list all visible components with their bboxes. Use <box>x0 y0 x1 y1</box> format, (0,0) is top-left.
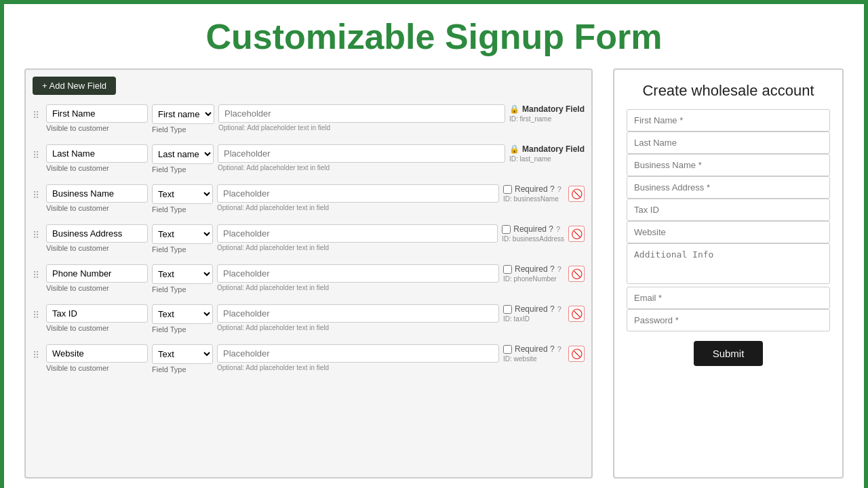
required-row: Required ?? <box>502 224 560 234</box>
visible-to-customer-label: Visible to customer <box>46 244 148 252</box>
field-id-label: ID: last_name <box>509 155 551 163</box>
required-checkbox[interactable] <box>503 185 512 194</box>
visible-to-customer-label: Visible to customer <box>46 284 148 292</box>
field-type-label: Field Type <box>152 365 213 373</box>
field-label-input[interactable] <box>46 304 148 323</box>
placeholder-hint: Optional: Add placeholder text in field <box>217 284 499 291</box>
form-input-1[interactable] <box>627 131 830 154</box>
field-type-col: TextField Type <box>152 184 213 214</box>
placeholder-col: Optional: Add placeholder text in field <box>217 344 499 371</box>
visible-to-customer-label: Visible to customer <box>46 324 148 332</box>
field-label-input[interactable] <box>46 224 148 243</box>
field-id-label: ID: businessAddress <box>502 235 564 243</box>
form-fields-container <box>627 109 830 331</box>
form-input-7[interactable] <box>627 287 830 309</box>
required-row: Required ?? <box>503 184 561 194</box>
question-icon: ? <box>557 185 561 193</box>
required-label: Required ? <box>515 264 555 274</box>
required-checkbox[interactable] <box>502 225 511 234</box>
form-input-8[interactable] <box>627 309 830 331</box>
drag-handle-icon[interactable]: ⠿ <box>33 144 42 161</box>
placeholder-input[interactable] <box>218 104 505 123</box>
delete-field-button[interactable]: 🚫 <box>568 226 585 242</box>
question-icon: ? <box>557 305 561 313</box>
field-type-select[interactable]: Text <box>152 304 213 324</box>
field-type-col: First nameField Type <box>152 104 214 134</box>
field-type-select[interactable]: Text <box>152 184 213 204</box>
add-field-button[interactable]: + Add New Field <box>33 77 116 95</box>
field-type-col: TextField Type <box>152 304 213 333</box>
mandatory-badge: 🔒 Mandatory Field <box>509 104 585 114</box>
placeholder-hint: Optional: Add placeholder text in field <box>217 324 499 331</box>
delete-field-button[interactable]: 🚫 <box>568 186 585 202</box>
placeholder-input[interactable] <box>218 144 505 163</box>
field-id-label: ID: phoneNumber <box>503 275 557 283</box>
field-label-input[interactable] <box>46 144 148 163</box>
required-col: Required ??ID: website <box>503 344 564 363</box>
left-panel: + Add New Field ⠿Visible to customerFirs… <box>24 68 593 479</box>
required-col: 🔒 Mandatory FieldID: last_name <box>509 144 585 163</box>
field-label-input[interactable] <box>46 184 148 203</box>
form-input-4[interactable] <box>627 199 830 221</box>
required-label: Required ? <box>515 304 555 314</box>
fields-container: ⠿Visible to customerFirst nameField Type… <box>33 102 585 376</box>
placeholder-input[interactable] <box>217 184 499 203</box>
form-input-5[interactable] <box>627 221 830 243</box>
required-checkbox[interactable] <box>503 265 512 274</box>
delete-field-button[interactable]: 🚫 <box>568 306 585 322</box>
placeholder-hint: Optional: Add placeholder text in field <box>217 364 499 371</box>
field-label-col: Visible to customer <box>46 224 148 252</box>
mandatory-label: Mandatory Field <box>522 104 585 114</box>
required-col: Required ??ID: businessName <box>503 184 564 203</box>
field-type-select[interactable]: Text <box>152 224 213 244</box>
delete-field-button[interactable]: 🚫 <box>568 266 585 282</box>
drag-handle-icon[interactable]: ⠿ <box>33 224 42 241</box>
field-type-select[interactable]: First name <box>152 104 214 124</box>
field-type-col: TextField Type <box>152 224 213 253</box>
placeholder-col: Optional: Add placeholder text in field <box>217 304 499 331</box>
required-checkbox[interactable] <box>503 305 512 314</box>
field-type-label: Field Type <box>152 125 214 134</box>
field-label-col: Visible to customer <box>46 184 148 212</box>
field-row: ⠿Visible to customerTextField TypeOption… <box>33 182 585 216</box>
placeholder-col: Optional: Add placeholder text in field <box>217 264 499 291</box>
form-input-0[interactable] <box>627 109 830 131</box>
field-label-input[interactable] <box>46 264 148 283</box>
drag-handle-icon[interactable]: ⠿ <box>33 304 42 321</box>
drag-handle-icon[interactable]: ⠿ <box>33 344 42 361</box>
field-row: ⠿Visible to customerTextField TypeOption… <box>33 262 585 296</box>
field-type-select[interactable]: Last name <box>152 144 214 164</box>
delete-field-button[interactable]: 🚫 <box>568 346 585 362</box>
field-id-label: ID: taxID <box>503 315 530 323</box>
field-label-col: Visible to customer <box>46 344 148 372</box>
question-icon: ? <box>556 225 560 233</box>
form-textarea-6[interactable] <box>627 243 830 284</box>
field-type-select[interactable]: Text <box>152 344 213 364</box>
field-id-label: ID: businessName <box>503 195 559 203</box>
placeholder-input[interactable] <box>217 224 498 243</box>
required-col: Required ??ID: taxID <box>503 304 564 323</box>
mandatory-label: Mandatory Field <box>522 144 585 154</box>
placeholder-col: Optional: Add placeholder text in field <box>218 104 505 131</box>
field-type-select[interactable]: Text <box>152 264 213 284</box>
required-checkbox[interactable] <box>503 345 512 354</box>
form-input-3[interactable] <box>627 176 830 199</box>
drag-handle-icon[interactable]: ⠿ <box>33 104 42 121</box>
drag-handle-icon[interactable]: ⠿ <box>33 184 42 201</box>
form-input-2[interactable] <box>627 154 830 176</box>
field-id-label: ID: website <box>503 355 536 363</box>
placeholder-input[interactable] <box>217 304 499 323</box>
submit-button[interactable]: Submit <box>694 341 764 366</box>
placeholder-hint: Optional: Add placeholder text in field <box>217 204 499 211</box>
mandatory-badge: 🔒 Mandatory Field <box>509 144 585 154</box>
field-label-input[interactable] <box>46 344 148 363</box>
drag-handle-icon[interactable]: ⠿ <box>33 264 42 281</box>
required-label: Required ? <box>515 184 555 194</box>
field-row: ⠿Visible to customerLast nameField TypeO… <box>33 142 585 176</box>
required-label: Required ? <box>515 344 555 354</box>
field-label-input[interactable] <box>46 104 148 123</box>
field-type-label: Field Type <box>152 165 214 174</box>
placeholder-input[interactable] <box>217 264 499 283</box>
main-content: + Add New Field ⠿Visible to customerFirs… <box>24 68 844 479</box>
placeholder-input[interactable] <box>217 344 499 363</box>
